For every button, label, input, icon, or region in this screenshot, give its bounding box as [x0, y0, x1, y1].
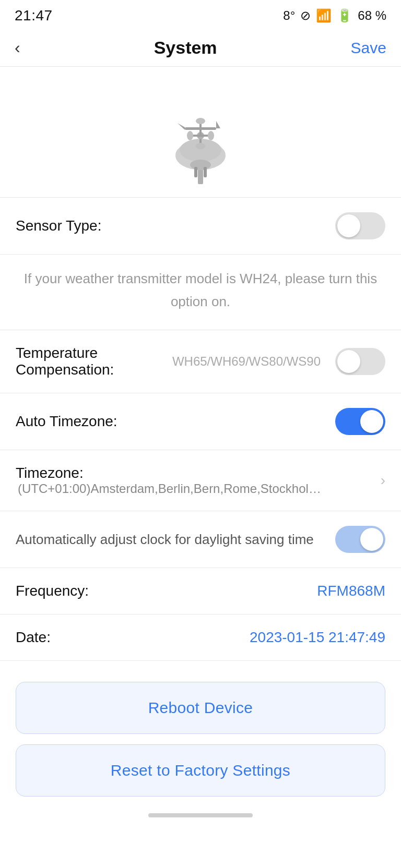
- header: ‹ System Save: [0, 29, 401, 67]
- battery-percent: 68 %: [358, 8, 386, 23]
- timezone-value: (UTC+01:00)Amsterdam,Berlin,Bern,Rome,St…: [18, 481, 321, 496]
- sensor-type-row: Sensor Type:: [0, 198, 401, 255]
- sensor-type-section: Sensor Type: If your weather transmitter…: [0, 197, 401, 330]
- reset-factory-button[interactable]: Reset to Factory Settings: [16, 744, 385, 797]
- auto-timezone-toggle[interactable]: [335, 408, 385, 435]
- sensor-type-description-text: If your weather transmitter model is WH2…: [24, 271, 377, 309]
- temp-comp-label: Temperature Compensation:: [16, 345, 172, 378]
- temp-comp-sublabel: WH65/WH69/WS80/WS90: [172, 354, 321, 369]
- temp-comp-right: WH65/WH69/WS80/WS90: [172, 348, 385, 375]
- date-row: Date: 2023-01-15 21:47:49: [0, 614, 401, 661]
- save-button[interactable]: Save: [351, 39, 386, 57]
- svg-marker-8: [178, 123, 185, 130]
- auto-timezone-row: Auto Timezone:: [0, 393, 401, 450]
- battery-icon: 🔋: [337, 8, 352, 23]
- status-time: 21:47: [15, 7, 53, 24]
- svg-point-15: [187, 131, 193, 140]
- frequency-row: Frequency: RFM868M: [0, 568, 401, 614]
- svg-point-12: [196, 118, 205, 124]
- frequency-label: Frequency:: [16, 583, 89, 599]
- status-bar: 21:47 8° ⊘ 📶 🔋 68 %: [0, 0, 401, 29]
- timezone-row[interactable]: Timezone: (UTC+01:00)Amsterdam,Berlin,Be…: [0, 450, 401, 511]
- signal-icon: 📶: [316, 8, 332, 23]
- page-title: System: [154, 38, 217, 58]
- timezone-label: Timezone:: [16, 465, 84, 481]
- wifi-icon: ⊘: [300, 8, 311, 23]
- temp-icon: 8°: [283, 8, 295, 23]
- sensor-type-label: Sensor Type:: [16, 218, 101, 234]
- svg-point-14: [196, 143, 205, 149]
- button-area: Reboot Device Reset to Factory Settings: [0, 661, 401, 807]
- svg-point-13: [208, 131, 214, 140]
- auto-timezone-label: Auto Timezone:: [16, 413, 117, 430]
- timezone-chevron-icon: ›: [381, 472, 385, 489]
- home-indicator: [0, 807, 401, 830]
- svg-rect-16: [194, 167, 197, 177]
- reboot-button[interactable]: Reboot Device: [16, 682, 385, 734]
- daylight-saving-row: Automatically adjust clock for daylight …: [0, 511, 401, 568]
- sensor-type-description: If your weather transmitter model is WH2…: [0, 255, 401, 330]
- timezone-label-group: Timezone: (UTC+01:00)Amsterdam,Berlin,Be…: [16, 465, 372, 496]
- daylight-saving-label: Automatically adjust clock for daylight …: [16, 532, 325, 548]
- frequency-value: RFM868M: [317, 583, 385, 599]
- temp-comp-toggle[interactable]: [335, 348, 385, 375]
- device-image-area: [0, 67, 401, 197]
- svg-rect-17: [204, 167, 207, 177]
- date-value: 2023-01-15 21:47:49: [250, 629, 385, 646]
- sensor-type-toggle[interactable]: [335, 212, 385, 239]
- status-icons: 8° ⊘ 📶 🔋 68 %: [283, 8, 386, 23]
- weather-station-icon: [159, 88, 242, 187]
- daylight-saving-toggle[interactable]: [335, 526, 385, 553]
- back-button[interactable]: ‹: [15, 38, 20, 57]
- home-bar: [148, 813, 253, 817]
- date-label: Date:: [16, 629, 51, 646]
- svg-marker-7: [216, 121, 220, 128]
- temperature-compensation-row: Temperature Compensation: WH65/WH69/WS80…: [0, 330, 401, 393]
